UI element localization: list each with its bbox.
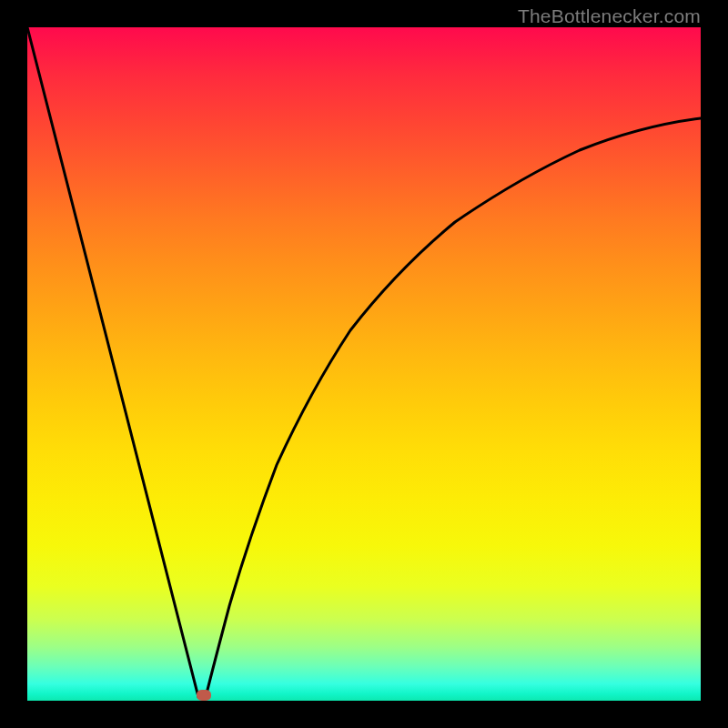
plot-area bbox=[27, 27, 701, 701]
right-rise-curve bbox=[206, 118, 701, 697]
left-descent-line bbox=[27, 27, 198, 697]
bottleneck-marker bbox=[197, 690, 211, 701]
watermark-text: TheBottlenecker.com bbox=[518, 5, 701, 27]
chart-frame: TheBottlenecker.com bbox=[0, 0, 728, 728]
curve-layer bbox=[27, 27, 701, 701]
